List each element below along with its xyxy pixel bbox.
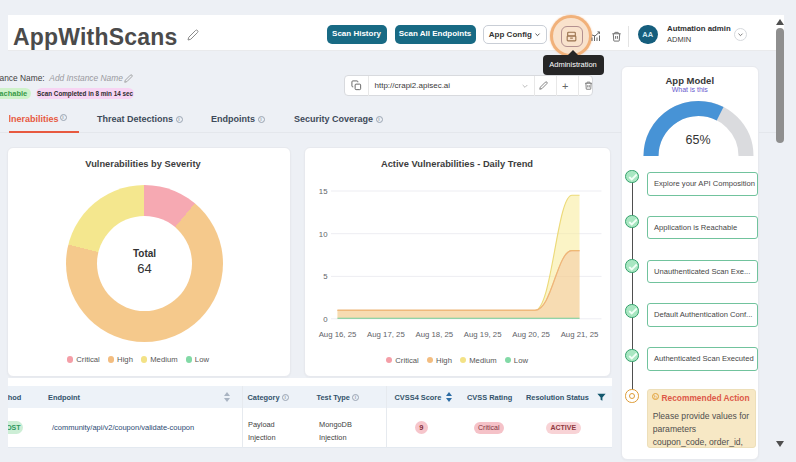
- svg-text:Aug 19, 25: Aug 19, 25: [463, 330, 501, 339]
- svg-text:15: 15: [318, 186, 327, 195]
- svg-text:5: 5: [323, 272, 328, 281]
- svg-text:Aug 21, 25: Aug 21, 25: [560, 330, 598, 339]
- svg-text:Aug 20, 25: Aug 20, 25: [512, 330, 550, 339]
- svg-text:Aug 17, 25: Aug 17, 25: [367, 330, 405, 339]
- svg-text:0: 0: [323, 314, 328, 323]
- svg-text:Aug 16, 25: Aug 16, 25: [318, 330, 356, 339]
- svg-text:Aug 18, 25: Aug 18, 25: [415, 330, 453, 339]
- svg-text:10: 10: [318, 229, 327, 238]
